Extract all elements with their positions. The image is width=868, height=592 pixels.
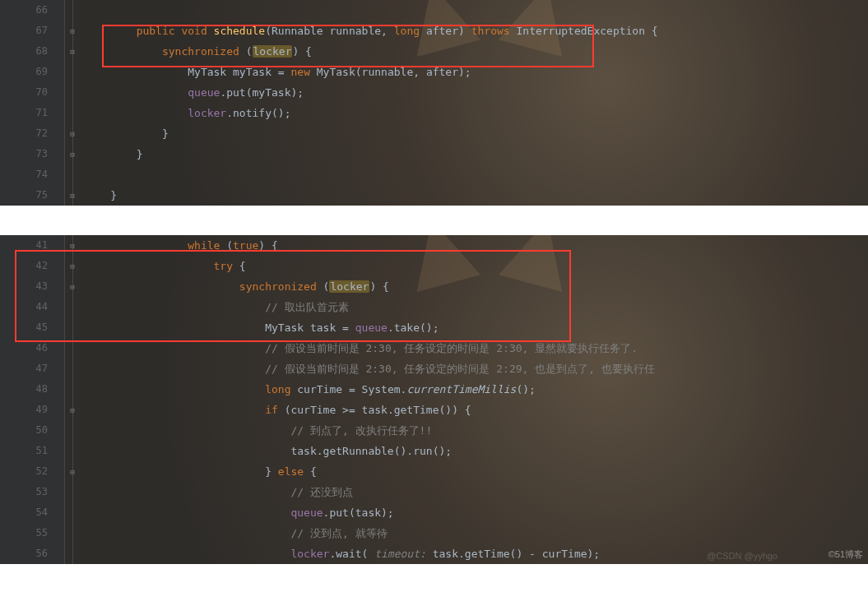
line-number: 52 — [0, 461, 65, 482]
text — [85, 465, 265, 478]
code-cell[interactable]: locker.notify(); — [81, 103, 868, 123]
fold-toggle-icon[interactable]: ⊟ — [67, 129, 77, 139]
fold-gutter — [65, 441, 82, 461]
keyword: long — [265, 383, 297, 395]
keyword: void — [181, 25, 213, 37]
code-cell[interactable]: queue.put(myTask); — [81, 82, 868, 103]
code-line: 42⊟ try { — [0, 256, 868, 276]
text — [85, 107, 188, 119]
code-cell[interactable]: } — [81, 123, 868, 144]
parameter: runnable — [329, 25, 381, 37]
punct: ) { — [369, 280, 388, 293]
line-number: 41 — [0, 235, 65, 256]
fold-toggle-icon[interactable]: ⊟ — [67, 150, 77, 160]
code-line: 45 MyTask task = queue.take(); — [0, 317, 868, 338]
identifier: take — [394, 321, 420, 334]
code-cell[interactable]: // 假设当前时间是 2:30, 任务设定的时间是 2:29, 也是到点了, 也… — [81, 358, 868, 379]
fold-toggle-icon[interactable]: ⊟ — [67, 405, 77, 415]
code-cell[interactable]: try { — [81, 256, 868, 276]
text — [85, 25, 137, 37]
code-line: 67⊟ public void schedule(Runnable runnab… — [0, 21, 868, 41]
punct: ( — [355, 66, 362, 78]
fold-toggle-icon[interactable]: ⊟ — [67, 241, 77, 251]
fold-gutter — [65, 0, 82, 21]
text — [85, 342, 265, 354]
fold-gutter: ⊟ — [65, 235, 82, 256]
fold-gutter — [65, 543, 82, 564]
punct: (); — [420, 321, 439, 334]
text — [85, 66, 188, 78]
code-cell[interactable]: } else { — [81, 461, 868, 482]
line-number: 71 — [0, 103, 65, 123]
code-line: 75⊟ } — [0, 185, 868, 206]
code-cell[interactable]: MyTask myTask = new MyTask(runnable, aft… — [81, 62, 868, 82]
punct: . — [226, 107, 233, 119]
fold-toggle-icon[interactable]: ⊟ — [67, 261, 77, 271]
code-cell[interactable]: } — [81, 185, 868, 206]
code-cell[interactable]: } — [81, 144, 868, 164]
punct: () - — [510, 548, 542, 560]
code-cell[interactable]: // 到点了, 改执行任务了!! — [81, 420, 868, 441]
fold-toggle-icon[interactable]: ⊟ — [67, 467, 77, 477]
code-cell[interactable]: public void schedule(Runnable runnable, … — [81, 21, 868, 41]
code-pane-top: 6667⊟ public void schedule(Runnable runn… — [0, 0, 868, 206]
text — [85, 148, 137, 160]
code-cell[interactable]: long curTime = System.currentTimeMillis(… — [81, 379, 868, 400]
code-line: 49⊟ if (curTime >= task.getTime()) { — [0, 400, 868, 420]
line-number: 48 — [0, 379, 65, 400]
comment: // 假设当前时间是 2:30, 任务设定的时间是 2:29, 也是到点了, 也… — [265, 363, 655, 375]
text — [85, 424, 290, 437]
identifier: runnable — [362, 66, 414, 78]
line-number: 53 — [0, 482, 65, 502]
line-number: 55 — [0, 523, 65, 543]
keyword: try — [214, 260, 239, 272]
fold-toggle-icon[interactable]: ⊟ — [67, 282, 77, 292]
code-cell[interactable]: task.getRunnable().run(); — [81, 441, 868, 461]
fold-gutter — [65, 103, 82, 123]
text — [85, 321, 265, 334]
punct: { — [652, 25, 658, 37]
code-cell[interactable]: synchronized (locker) { — [81, 276, 868, 297]
field: queue — [290, 506, 323, 519]
code-cell[interactable]: if (curTime >= task.getTime()) { — [81, 400, 868, 420]
punct: ( — [246, 86, 253, 99]
code-cell[interactable]: // 取出队首元素 — [81, 297, 868, 317]
punct: ()) { — [439, 404, 471, 416]
identifier: wait — [336, 548, 361, 560]
line-number: 73 — [0, 144, 65, 164]
fold-gutter: ⊟ — [65, 400, 82, 420]
code-cell[interactable]: // 还没到点 — [81, 482, 868, 502]
code-line: 70 queue.put(myTask); — [0, 82, 868, 103]
field: locker — [188, 107, 226, 119]
fold-toggle-icon[interactable]: ⊟ — [67, 191, 77, 201]
fold-gutter — [65, 482, 82, 502]
identifier: getRunnable — [323, 445, 394, 457]
punct: ( — [362, 548, 375, 560]
code-line: 46 // 假设当前时间是 2:30, 任务设定的时间是 2:30, 显然就要执… — [0, 338, 868, 358]
line-number: 42 — [0, 256, 65, 276]
text — [85, 86, 188, 99]
code-cell[interactable]: MyTask task = queue.take(); — [81, 317, 868, 338]
code-cell[interactable] — [81, 0, 868, 21]
identifier: task — [362, 404, 388, 416]
punct: ( — [349, 506, 355, 519]
punct: = — [278, 66, 291, 78]
text — [85, 527, 290, 539]
code-line: 74 — [0, 164, 868, 185]
comment: // 假设当前时间是 2:30, 任务设定的时间是 2:30, 显然就要执行任务… — [265, 342, 638, 354]
code-cell[interactable]: // 假设当前时间是 2:30, 任务设定的时间是 2:30, 显然就要执行任务… — [81, 338, 868, 358]
identifier: put — [329, 506, 348, 519]
code-line: 41⊟ while (true) { — [0, 235, 868, 256]
keyword: synchronized — [162, 45, 246, 58]
code-cell[interactable] — [81, 164, 868, 185]
keyword: long — [394, 25, 426, 37]
comment: // 到点了, 改执行任务了!! — [290, 424, 432, 437]
punct: ) { — [292, 45, 311, 58]
fold-toggle-icon[interactable]: ⊟ — [67, 47, 77, 57]
code-cell[interactable]: queue.put(task); — [81, 502, 868, 523]
fold-toggle-icon[interactable]: ⊟ — [67, 26, 77, 36]
code-cell[interactable]: // 没到点, 就等待 — [81, 523, 868, 543]
punct: (). — [394, 445, 413, 457]
code-cell[interactable]: synchronized (locker) { — [81, 41, 868, 62]
code-cell[interactable]: while (true) { — [81, 235, 868, 256]
